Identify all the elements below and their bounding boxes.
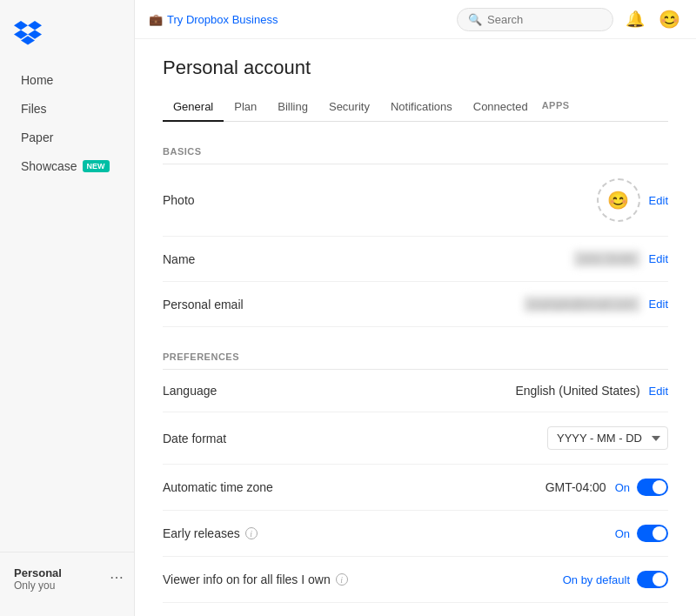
sidebar-item-label: Paper bbox=[21, 131, 53, 144]
top-icons: 🔔 😊 bbox=[624, 7, 682, 31]
tabs: General Plan Billing Security Notificati… bbox=[163, 93, 668, 122]
photo-edit-button[interactable]: Edit bbox=[649, 194, 668, 207]
email-row: Personal email example@email.com Edit bbox=[163, 282, 668, 327]
main-content: 💼 Try Dropbox Business 🔍 🔔 😊 Personal ac… bbox=[135, 0, 696, 616]
sidebar-item-files[interactable]: Files bbox=[7, 95, 127, 123]
sidebar: Home Files Paper Showcase New Personal O… bbox=[0, 0, 135, 616]
name-value: John Smith bbox=[573, 251, 640, 267]
timezone-label: Automatic time zone bbox=[163, 480, 273, 494]
new-badge: New bbox=[83, 160, 110, 172]
tab-security[interactable]: Security bbox=[318, 93, 380, 122]
page-title: Personal account bbox=[163, 57, 668, 79]
bell-icon-button[interactable]: 🔔 bbox=[624, 8, 646, 30]
name-edit-button[interactable]: Edit bbox=[649, 252, 668, 265]
timezone-value-area: GMT-04:00 On bbox=[545, 479, 668, 496]
sidebar-item-label: Files bbox=[21, 102, 47, 116]
name-label: Name bbox=[163, 252, 195, 266]
sidebar-item-paper[interactable]: Paper bbox=[7, 124, 127, 151]
sidebar-item-home[interactable]: Home bbox=[7, 66, 127, 94]
early-releases-toggle-label: On bbox=[615, 527, 630, 540]
timezone-row: Automatic time zone GMT-04:00 On bbox=[163, 465, 668, 511]
viewer-info-value-area: On by default bbox=[563, 571, 668, 588]
search-input[interactable] bbox=[487, 13, 602, 26]
tab-apps: apps bbox=[539, 93, 580, 122]
sidebar-expand-button[interactable]: ⋯ bbox=[106, 566, 127, 589]
tab-general[interactable]: General bbox=[163, 93, 224, 122]
name-row: Name John Smith Edit bbox=[163, 237, 668, 282]
early-releases-row: Early releases i On bbox=[163, 511, 668, 557]
email-label: Personal email bbox=[163, 298, 244, 311]
date-format-label: Date format bbox=[163, 432, 226, 445]
early-releases-label: Early releases i bbox=[163, 526, 258, 540]
early-releases-info-icon: i bbox=[245, 527, 258, 539]
email-edit-button[interactable]: Edit bbox=[649, 298, 668, 311]
gmt-value: GMT-04:00 bbox=[545, 480, 606, 494]
viewer-info-row: Viewer info on for all files I own i On … bbox=[163, 557, 668, 603]
search-box[interactable]: 🔍 bbox=[457, 8, 613, 31]
date-format-value-area: YYYY - MM - DD MM/DD/YYYY DD/MM/YYYY bbox=[547, 426, 668, 450]
search-icon: 🔍 bbox=[468, 13, 482, 26]
language-edit-button[interactable]: Edit bbox=[649, 385, 668, 398]
avatar-button[interactable]: 😊 bbox=[657, 7, 682, 31]
name-value-area: John Smith Edit bbox=[573, 251, 668, 267]
sidebar-item-label: Showcase bbox=[21, 159, 77, 173]
timezone-toggle: On bbox=[615, 479, 668, 496]
viewer-info-icon: i bbox=[336, 573, 348, 586]
dropbox-logo[interactable] bbox=[0, 14, 134, 65]
basics-section: BASICS Photo 😊 Edit Name John Smith Edit bbox=[163, 139, 668, 327]
early-releases-value-area: On bbox=[615, 525, 668, 542]
tab-plan[interactable]: Plan bbox=[224, 93, 267, 122]
photo-circle: 😊 bbox=[597, 178, 640, 222]
tab-billing[interactable]: Billing bbox=[267, 93, 318, 122]
sidebar-account-section: Personal Only you ⋯ bbox=[0, 552, 134, 602]
preferences-header: PREFERENCES bbox=[163, 345, 668, 370]
viewer-info-toggle-label: On by default bbox=[563, 573, 630, 586]
sidebar-item-showcase[interactable]: Showcase New bbox=[7, 152, 127, 180]
language-value: English (United States) bbox=[515, 384, 639, 398]
language-label: Language bbox=[163, 384, 217, 398]
account-subtitle: Only you bbox=[14, 579, 62, 592]
try-business-label: Try Dropbox Business bbox=[167, 13, 278, 26]
photo-label: Photo bbox=[163, 193, 195, 207]
try-business-link[interactable]: 💼 Try Dropbox Business bbox=[149, 13, 278, 26]
date-format-row: Date format YYYY - MM - DD MM/DD/YYYY DD… bbox=[163, 412, 668, 465]
viewer-info-toggle: On by default bbox=[563, 571, 668, 588]
email-value: example@email.com bbox=[524, 296, 640, 312]
system-extension-row: Dropbox system extension i On bbox=[163, 603, 668, 616]
timezone-toggle-label: On bbox=[615, 481, 630, 494]
photo-row: Photo 😊 Edit bbox=[163, 164, 668, 237]
early-releases-toggle-switch[interactable] bbox=[637, 525, 668, 542]
viewer-info-toggle-switch[interactable] bbox=[637, 571, 668, 588]
email-value-area: example@email.com Edit bbox=[524, 296, 668, 312]
photo-value-area: 😊 Edit bbox=[597, 178, 668, 222]
sidebar-navigation: Home Files Paper Showcase New bbox=[0, 65, 134, 552]
account-name: Personal bbox=[14, 566, 62, 579]
tab-notifications[interactable]: Notifications bbox=[380, 93, 463, 122]
early-releases-toggle: On bbox=[615, 525, 668, 542]
briefcase-icon: 💼 bbox=[149, 13, 163, 26]
tab-connected[interactable]: Connected bbox=[463, 93, 539, 122]
language-row: Language English (United States) Edit bbox=[163, 370, 668, 412]
page-content: Personal account General Plan Billing Se… bbox=[135, 39, 696, 616]
top-bar: 💼 Try Dropbox Business 🔍 🔔 😊 bbox=[135, 0, 696, 39]
account-info: Personal Only you bbox=[7, 559, 69, 595]
sidebar-item-label: Home bbox=[21, 73, 53, 87]
timezone-toggle-switch[interactable] bbox=[637, 479, 668, 496]
basics-header: BASICS bbox=[163, 139, 668, 164]
date-format-select[interactable]: YYYY - MM - DD MM/DD/YYYY DD/MM/YYYY bbox=[547, 426, 668, 450]
viewer-info-label: Viewer info on for all files I own i bbox=[163, 572, 348, 586]
preferences-section: PREFERENCES Language English (United Sta… bbox=[163, 345, 668, 616]
language-value-area: English (United States) Edit bbox=[515, 384, 668, 398]
